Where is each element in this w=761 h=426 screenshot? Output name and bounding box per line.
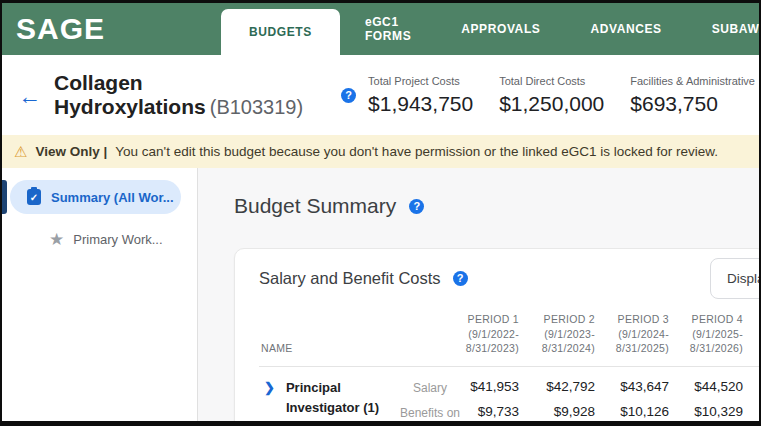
card-title-row: Salary and Benefit Costs ? [259, 269, 761, 288]
salary-period-4-value: $44,520 [669, 378, 743, 394]
budget-code: (B103319) [210, 96, 303, 118]
column-header-period-1: PERIOD 1 (9/1/2022- 8/31/2023) [461, 312, 519, 356]
column-header-period-4: PERIOD 4 (9/1/2025- 8/31/2026) [669, 312, 743, 356]
app-window: SAGE BUDGETS eGC1 FORMS APPROVALS ADVANC… [2, 3, 759, 421]
worksheet-sidebar: ✓ Summary (All Wor... ★ Primary Work... [2, 168, 198, 421]
table-row-principal-investigator: ❯ Principal Investigator (1) Salary $41,… [259, 367, 761, 426]
budget-title-line1: Collagen [54, 71, 303, 95]
tab-egc1-forms[interactable]: eGC1 FORMS [340, 3, 436, 55]
expand-row-chevron-icon[interactable]: ❯ [264, 380, 275, 395]
sub-row-label-benefits: Benefits on Salary [399, 403, 461, 426]
table-header-row: NAME PERIOD 1 (9/1/2022- 8/31/2023) PERI… [259, 288, 761, 367]
budget-totals: Total Project Costs $1,943,750 Total Dir… [368, 75, 755, 116]
clipboard-check-icon: ✓ [27, 189, 41, 205]
total-direct-costs: Total Direct Costs $1,250,000 [499, 75, 604, 116]
back-arrow-icon[interactable]: ← [18, 85, 41, 108]
sidebar-item-label: Primary Work... [73, 232, 162, 247]
selected-item-indicator [2, 180, 7, 214]
salary-period-2-value: $42,792 [519, 378, 595, 394]
row-name-cell: ❯ Principal Investigator (1) [259, 378, 399, 426]
warning-triangle-icon: ⚠ [14, 144, 27, 159]
salary-benefit-costs-card: Salary and Benefit Costs ? Displaying NA… [234, 248, 761, 426]
card-title: Salary and Benefit Costs [259, 269, 441, 288]
budget-title: Collagen Hydroxylations(B103319) [54, 71, 303, 119]
content-area: ✓ Summary (All Wor... ★ Primary Work... … [2, 168, 759, 421]
tab-budgets[interactable]: BUDGETS [221, 9, 340, 55]
benefits-period-4-value: $10,329 [669, 403, 743, 419]
budget-title-bar: ← Collagen Hydroxylations(B103319) ? Tot… [2, 55, 759, 135]
view-only-message: You can't edit this budget because you d… [115, 144, 718, 159]
view-only-banner: ⚠ View Only | You can't edit this budget… [2, 135, 759, 168]
column-header-period-2: PERIOD 2 (9/1/2023- 8/31/2024) [519, 312, 595, 356]
benefits-period-1-value: $9,733 [461, 403, 519, 419]
totals-help-icon[interactable]: ? [341, 88, 356, 103]
star-icon: ★ [49, 231, 64, 248]
column-header-name: NAME [259, 341, 399, 356]
tab-subawards[interactable]: SUBAWARDS [687, 3, 761, 55]
displaying-dropdown-button[interactable]: Displaying [710, 258, 761, 299]
sidebar-item-summary[interactable]: ✓ Summary (All Wor... [10, 180, 181, 214]
column-header-period-3: PERIOD 3 (9/1/2024- 8/31/2025) [595, 312, 669, 356]
app-header: SAGE BUDGETS eGC1 FORMS APPROVALS ADVANC… [2, 3, 759, 55]
benefits-period-2-value: $9,928 [519, 403, 595, 419]
salary-costs-help-icon[interactable]: ? [453, 271, 468, 286]
row-name: Principal Investigator (1) [286, 378, 399, 417]
sidebar-item-primary-worksheet[interactable]: ★ Primary Work... [2, 231, 197, 248]
facilities-administrative-costs: Facilities & Administrative $693,750 [630, 75, 755, 116]
sage-logo[interactable]: SAGE [16, 12, 105, 46]
page-title: Budget Summary ? [234, 194, 759, 218]
budget-title-line2: Hydroxylations(B103319) [54, 95, 303, 119]
view-only-label: View Only | [35, 144, 107, 159]
tab-approvals[interactable]: APPROVALS [436, 3, 565, 55]
salary-period-3-value: $43,647 [595, 378, 669, 394]
salary-period-1-value: $41,953 [461, 378, 519, 394]
sub-row-label-salary: Salary [399, 378, 461, 397]
sidebar-item-label: Summary (All Wor... [51, 190, 174, 205]
main-panel: Budget Summary ? Salary and Benefit Cost… [198, 168, 759, 421]
total-project-costs: Total Project Costs $1,943,750 [368, 75, 473, 116]
budget-summary-help-icon[interactable]: ? [409, 199, 424, 214]
benefits-period-3-value: $10,126 [595, 403, 669, 419]
tab-advances[interactable]: ADVANCES [565, 3, 686, 55]
main-nav: BUDGETS eGC1 FORMS APPROVALS ADVANCES SU… [221, 3, 761, 55]
